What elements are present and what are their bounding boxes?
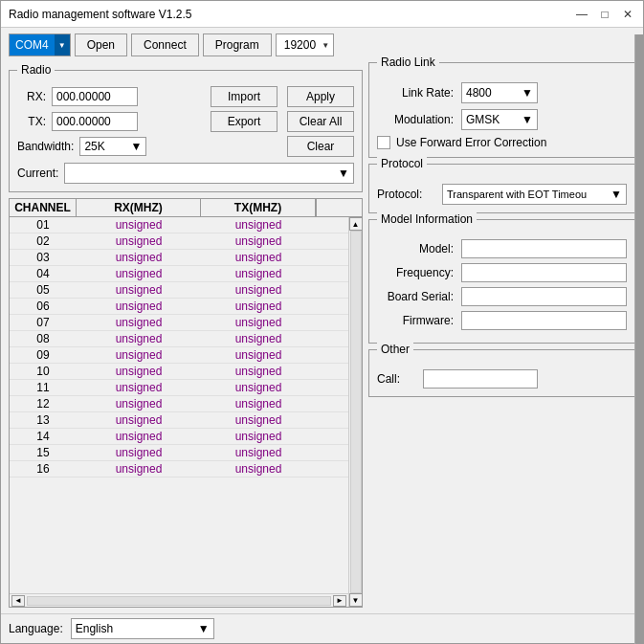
call-input[interactable]: [423, 369, 538, 389]
channel-table: CHANNEL RX(MHZ) TX(MHZ) 01 unsigned unsi…: [9, 198, 363, 608]
cell-channel: 11: [10, 380, 77, 395]
cell-tx: unsigned: [201, 250, 316, 265]
table-row[interactable]: 10 unsigned unsigned: [10, 364, 348, 380]
cell-tx: unsigned: [201, 380, 316, 395]
minimize-button[interactable]: —: [574, 7, 589, 22]
model-input[interactable]: [461, 239, 627, 258]
cell-rx: unsigned: [77, 282, 201, 298]
baud-rate-combo[interactable]: 19200 ▼: [276, 33, 334, 56]
scroll-down-button[interactable]: ▼: [349, 593, 363, 607]
cell-rx: unsigned: [77, 233, 201, 249]
table-row[interactable]: 07 unsigned unsigned: [10, 315, 348, 331]
rx-row: RX: Import Apply: [17, 86, 354, 107]
cell-rx: unsigned: [77, 412, 201, 428]
table-header: CHANNEL RX(MHZ) TX(MHZ): [10, 199, 362, 217]
window-content: COM4 ▼ Open Connect Program 19200 ▼ Radi…: [1, 28, 643, 613]
current-combo[interactable]: ▼: [64, 163, 354, 184]
clear-button[interactable]: Clear: [287, 136, 354, 157]
radio-link-group: Radio Link Link Rate: 4800 ▼ Modulation:…: [368, 62, 635, 158]
table-row[interactable]: 16 unsigned unsigned: [10, 461, 348, 477]
table-row[interactable]: 03 unsigned unsigned: [10, 250, 348, 266]
protocol-value: Transparent with EOT Timeou: [447, 189, 587, 200]
table-row[interactable]: 15 unsigned unsigned: [10, 445, 348, 461]
vert-track: [350, 231, 362, 593]
board-serial-input[interactable]: [461, 287, 627, 306]
table-row[interactable]: 01 unsigned unsigned: [10, 217, 348, 233]
import-button[interactable]: Import: [211, 86, 278, 107]
tx-label: TX:: [17, 115, 46, 128]
table-row[interactable]: 12 unsigned unsigned: [10, 396, 348, 412]
apply-button[interactable]: Apply: [287, 86, 354, 107]
table-row[interactable]: 14 unsigned unsigned: [10, 429, 348, 445]
other-title: Other: [377, 343, 413, 356]
firmware-input[interactable]: [461, 311, 627, 330]
cell-tx: unsigned: [201, 412, 316, 428]
com-port-value: COM4: [10, 34, 55, 56]
firmware-row: Firmware:: [377, 311, 627, 330]
cell-tx: unsigned: [201, 282, 316, 298]
modulation-combo[interactable]: GMSK ▼: [461, 109, 538, 130]
cell-rx: unsigned: [77, 396, 201, 411]
cell-tx: unsigned: [201, 233, 316, 249]
horizontal-scrollbar[interactable]: ◄ ►: [10, 593, 348, 607]
table-row[interactable]: 05 unsigned unsigned: [10, 282, 348, 299]
bandwidth-combo[interactable]: 25K ▼: [79, 137, 146, 156]
cell-rx: unsigned: [77, 315, 201, 330]
table-row[interactable]: 09 unsigned unsigned: [10, 347, 348, 364]
bandwidth-arrow-icon: ▼: [130, 140, 142, 153]
fec-checkbox[interactable]: [377, 136, 390, 149]
close-button[interactable]: ✕: [620, 7, 635, 22]
com-port-arrow-icon[interactable]: ▼: [55, 34, 70, 56]
protocol-row: Protocol: Transparent with EOT Timeou ▼: [377, 184, 627, 205]
table-row[interactable]: 11 unsigned unsigned: [10, 380, 348, 396]
cell-rx: unsigned: [77, 217, 201, 233]
radio-group: Radio RX: Import Apply TX: Export: [9, 70, 363, 192]
table-row[interactable]: 04 unsigned unsigned: [10, 266, 348, 282]
scroll-left-button[interactable]: ◄: [11, 595, 25, 607]
bandwidth-label: Bandwidth:: [17, 140, 74, 153]
table-row[interactable]: 06 unsigned unsigned: [10, 299, 348, 315]
table-inner: 01 unsigned unsigned 02 unsigned unsigne…: [10, 217, 348, 607]
frequency-input[interactable]: [461, 263, 627, 282]
scroll-right-button[interactable]: ►: [333, 595, 346, 607]
cell-channel: 12: [10, 396, 77, 411]
cell-rx: unsigned: [77, 331, 201, 346]
cell-channel: 02: [10, 233, 77, 249]
open-button[interactable]: Open: [75, 33, 127, 56]
tx-input[interactable]: [52, 112, 138, 131]
cell-channel: 09: [10, 347, 77, 363]
clear-all-button[interactable]: Clear All: [287, 111, 354, 132]
baud-rate-value: 19200: [280, 38, 320, 52]
rx-input[interactable]: [52, 87, 138, 106]
cell-channel: 15: [10, 445, 77, 460]
scroll-up-button[interactable]: ▲: [349, 217, 363, 231]
protocol-label: Protocol:: [377, 188, 434, 201]
scroll-track[interactable]: [27, 596, 331, 606]
table-wrapper: 01 unsigned unsigned 02 unsigned unsigne…: [10, 217, 362, 607]
table-row[interactable]: 02 unsigned unsigned: [10, 233, 348, 250]
export-button[interactable]: Export: [211, 111, 278, 132]
vertical-scrollbar[interactable]: ▲ ▼: [348, 217, 362, 607]
maximize-button[interactable]: □: [597, 7, 612, 22]
cell-tx: unsigned: [201, 217, 316, 233]
cell-channel: 10: [10, 364, 77, 379]
cell-channel: 01: [10, 217, 77, 233]
right-panel: Radio Link Link Rate: 4800 ▼ Modulation:…: [368, 62, 635, 608]
link-rate-value: 4800: [466, 86, 492, 100]
current-row: Current: ▼: [17, 163, 354, 184]
link-rate-combo[interactable]: 4800 ▼: [461, 82, 538, 103]
cell-channel: 08: [10, 331, 77, 346]
protocol-combo[interactable]: Transparent with EOT Timeou ▼: [442, 184, 627, 205]
com-port-combo[interactable]: COM4 ▼: [9, 33, 71, 56]
table-row[interactable]: 08 unsigned unsigned: [10, 331, 348, 347]
cell-tx: unsigned: [201, 461, 316, 477]
cell-tx: unsigned: [201, 445, 316, 460]
language-combo[interactable]: English ▼: [71, 618, 214, 639]
main-window: Radio management software V1.2.5 — □ ✕ C…: [0, 0, 644, 644]
cell-tx: unsigned: [201, 331, 316, 346]
cell-tx: unsigned: [201, 364, 316, 379]
call-row: Call:: [377, 369, 627, 389]
connect-button[interactable]: Connect: [131, 33, 199, 56]
program-button[interactable]: Program: [203, 33, 272, 56]
table-row[interactable]: 13 unsigned unsigned: [10, 412, 348, 429]
